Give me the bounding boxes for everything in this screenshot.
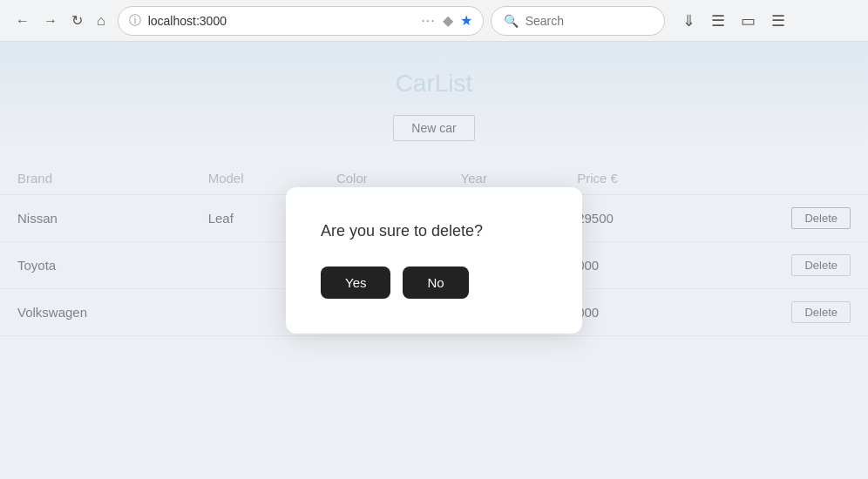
url-text: localhost:3000 xyxy=(148,14,415,28)
search-bar[interactable]: 🔍 xyxy=(491,6,665,36)
page-content: CarList New car Brand Model Color Year P… xyxy=(0,42,868,479)
library-button[interactable]: ☰ xyxy=(708,8,729,34)
info-icon: ⓘ xyxy=(129,13,141,29)
forward-button[interactable]: → xyxy=(38,8,63,34)
reader-mode-button[interactable]: ▭ xyxy=(737,8,759,34)
browser-chrome: ← → ↻ ⌂ ⓘ localhost:3000 ··· ◆ ★ 🔍 ⇓ ☰ ▭… xyxy=(0,0,868,42)
modal-question: Are you sure to delete? xyxy=(321,222,539,240)
download-button[interactable]: ⇓ xyxy=(679,8,699,34)
modal-yes-button[interactable]: Yes xyxy=(321,266,390,299)
search-input[interactable] xyxy=(526,14,630,28)
search-icon: 🔍 xyxy=(504,14,519,28)
reload-button[interactable]: ↻ xyxy=(66,7,88,34)
nav-buttons: ← → ↻ ⌂ xyxy=(10,7,111,34)
home-button[interactable]: ⌂ xyxy=(92,8,111,34)
more-options-icon: ··· xyxy=(421,13,435,29)
modal-actions: Yes No xyxy=(321,266,539,299)
back-button[interactable]: ← xyxy=(10,8,35,34)
modal-dialog: Are you sure to delete? Yes No xyxy=(286,187,582,334)
modal-no-button[interactable]: No xyxy=(403,266,468,299)
menu-button[interactable]: ☰ xyxy=(768,8,789,34)
address-bar[interactable]: ⓘ localhost:3000 ··· ◆ ★ xyxy=(118,6,484,36)
bookmark-icon: ★ xyxy=(460,12,472,29)
modal-overlay: Are you sure to delete? Yes No xyxy=(0,42,868,479)
browser-actions: ⇓ ☰ ▭ ☰ xyxy=(679,8,789,34)
pocket-icon: ◆ xyxy=(443,12,453,29)
